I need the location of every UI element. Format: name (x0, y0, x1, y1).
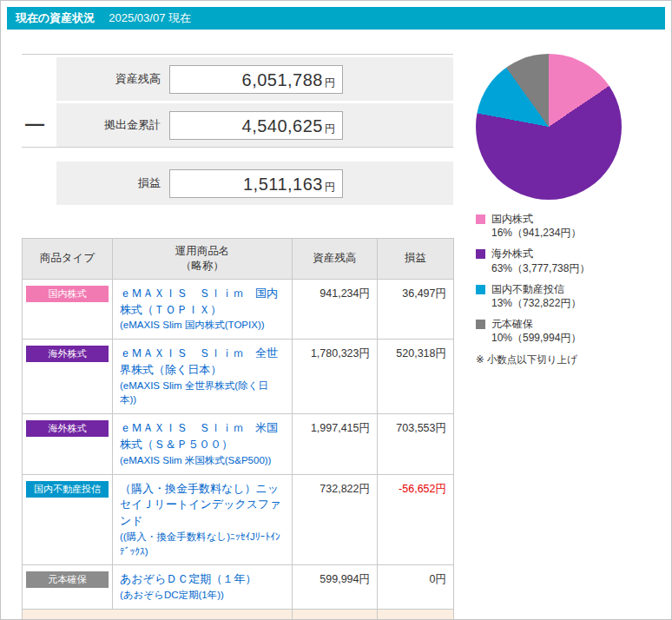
legend-item: 国内株式 16%（941,234円） (476, 212, 665, 240)
header-product-name-line1: 運用商品名 (175, 245, 230, 257)
divider-top (22, 54, 453, 55)
summary-rows: 資産残高 6,051,788 円 拠出金累計 4,540,625 円 (56, 57, 453, 147)
balance-cell: 1,780,323円 (293, 340, 378, 414)
legend-swatch-domestic-reit (476, 285, 485, 294)
balance-cell: 599,994円 (293, 565, 378, 610)
contribution-total-value-box: 4,540,625 円 (169, 111, 343, 140)
asset-balance-value: 6,051,788 (242, 70, 323, 90)
asset-balance-row: 資産残高 6,051,788 円 (56, 57, 453, 101)
table-header-row: 商品タイプ 運用商品名 （略称） 資産残高 損益 (23, 239, 454, 280)
contribution-total-value: 4,540,625 (242, 116, 323, 136)
legend-label: 国内株式 (491, 213, 533, 225)
page-header: 現在の資産状況 2025/03/07 現在 (7, 7, 665, 30)
balance-cell: 1,997,415円 (293, 414, 378, 474)
legend-item: 国内不動産投信 13%（732,822円） (476, 282, 665, 310)
minus-sign: — (25, 113, 44, 135)
header-product-name: 運用商品名 （略称） (113, 239, 293, 280)
asset-balance-unit: 円 (325, 76, 335, 90)
legend-detail: 16%（941,234円） (491, 227, 581, 239)
legend-label: 国内不動産投信 (491, 283, 564, 295)
contribution-total-label: 拠出金累計 (56, 117, 161, 133)
legend-detail: 63%（3,777,738円） (491, 262, 590, 274)
main-content: — 資産残高 6,051,788 円 拠出金累計 4,540,625 円 (1, 30, 671, 620)
product-abbr: (eMAXIS Slim 米国株式(S&P500)) (120, 453, 285, 468)
header-profit-loss: 損益 (378, 239, 454, 280)
legend-item: 元本確保 10%（599,994円） (476, 317, 665, 345)
table-row: 元本確保 あおぞらＤＣ定期（１年） (あおぞらDC定期(1年)) 599,994… (23, 565, 454, 610)
balance-cell: 941,234円 (293, 279, 378, 339)
legend-label: 元本確保 (491, 318, 533, 330)
pl-cell: -56,652円 (378, 474, 454, 565)
legend-item: 海外株式 63%（3,777,738円） (476, 247, 665, 274)
profit-loss-unit: 円 (325, 180, 335, 195)
asset-allocation-pie-chart (476, 54, 622, 200)
header-product-type: 商品タイプ (23, 239, 113, 280)
divider-middle (22, 147, 453, 148)
pie-legend: 国内株式 16%（941,234円） 海外株式 63%（3,777,738円） … (476, 212, 665, 346)
type-badge: 海外株式 (26, 420, 109, 437)
table-row: 海外株式 ｅＭＡＸＩＳ Ｓｌｉｍ 米国株式（Ｓ＆Ｐ５００） (eMAXIS Sl… (23, 414, 454, 474)
total-pl-empty (378, 609, 454, 620)
legend-swatch-principal-protected (476, 320, 485, 329)
summary-and-table-column: — 資産残高 6,051,788 円 拠出金累計 4,540,625 円 (22, 54, 453, 620)
asset-status-page: 現在の資産状況 2025/03/07 現在 — 資産残高 6,051,788 円 (0, 0, 672, 620)
table-row: 国内株式 ｅＭＡＸＩＳ Ｓｌｉｍ 国内株式（ＴＯＰＩＸ） (eMAXIS Sli… (23, 279, 454, 339)
as-of-date: 2025/03/07 現在 (109, 10, 191, 26)
legend-swatch-domestic-stock (476, 214, 485, 224)
pl-cell: 36,497円 (378, 279, 454, 339)
legend-detail: 13%（732,822円） (491, 297, 581, 309)
header-product-name-line2: （略称） (181, 260, 224, 272)
product-name-link[interactable]: （購入・換金手数料なし）ニッセイＪリートインデックスファンド (120, 481, 285, 531)
legend-detail: 10%（599,994円） (491, 332, 581, 344)
holdings-table: 商品タイプ 運用商品名 （略称） 資産残高 損益 国内株式 ｅＭＡＸＩＳ Ｓｌｉ… (22, 238, 454, 620)
page-title: 現在の資産状況 (16, 10, 95, 26)
profit-loss-value: 1,511,163 (243, 175, 323, 195)
product-name-link[interactable]: あおぞらＤＣ定期（１年） (120, 571, 285, 588)
header-balance: 資産残高 (293, 239, 378, 280)
pl-cell: 520,318円 (378, 340, 454, 414)
product-name-link[interactable]: ｅＭＡＸＩＳ Ｓｌｉｍ 米国株式（Ｓ＆Ｐ５００） (120, 420, 285, 453)
legend-label: 海外株式 (491, 247, 533, 260)
table-total-row: 合計 6,051,788円 (23, 609, 454, 620)
asset-balance-label: 資産残高 (56, 71, 161, 87)
product-abbr: (eMAXIS Slim 国内株式(TOPIX)) (120, 318, 285, 333)
table-row: 海外株式 ｅＭＡＸＩＳ Ｓｌｉｍ 全世界株式（除く日本） (eMAXIS Sli… (23, 340, 454, 414)
product-name-link[interactable]: ｅＭＡＸＩＳ Ｓｌｉｍ 全世界株式（除く日本） (120, 346, 285, 379)
rounding-note: ※ 小数点以下切り上げ (476, 353, 665, 366)
profit-loss-row: 損益 1,511,163 円 (56, 162, 453, 205)
type-badge: 国内株式 (26, 286, 109, 302)
summary-block: — 資産残高 6,051,788 円 拠出金累計 4,540,625 円 (22, 57, 453, 147)
balance-cell: 732,822円 (293, 474, 378, 565)
product-abbr: ((購入・換金手数料なし)ﾆｯｾｲJﾘｰﾄｲﾝﾃﾞｯｸｽ) (120, 530, 285, 558)
profit-loss-wrap: 損益 1,511,163 円 (56, 162, 453, 205)
type-badge: 海外株式 (26, 346, 109, 362)
asset-balance-value-box: 6,051,788 円 (169, 65, 343, 94)
product-abbr: (あおぞらDC定期(1年)) (120, 588, 285, 603)
pl-cell: 703,553円 (378, 414, 454, 474)
total-label: 合計 (23, 609, 293, 620)
chart-column: 国内株式 16%（941,234円） 海外株式 63%（3,777,738円） … (476, 54, 665, 620)
type-badge: 国内不動産投信 (26, 481, 109, 498)
type-badge: 元本確保 (26, 571, 109, 588)
profit-loss-label: 損益 (56, 175, 161, 191)
pl-cell: 0円 (378, 565, 454, 610)
total-balance: 6,051,788円 (293, 609, 378, 620)
legend-swatch-foreign-stock (476, 249, 485, 259)
table-row: 国内不動産投信 （購入・換金手数料なし）ニッセイＪリートインデックスファンド (… (23, 474, 454, 565)
profit-loss-value-box: 1,511,163 円 (169, 169, 343, 198)
contribution-total-unit: 円 (325, 122, 335, 136)
product-name-link[interactable]: ｅＭＡＸＩＳ Ｓｌｉｍ 国内株式（ＴＯＰＩＸ） (120, 286, 285, 319)
contribution-total-row: 拠出金累計 4,540,625 円 (56, 103, 453, 147)
product-abbr: (eMAXIS Slim 全世界株式(除く日本)) (120, 379, 285, 407)
